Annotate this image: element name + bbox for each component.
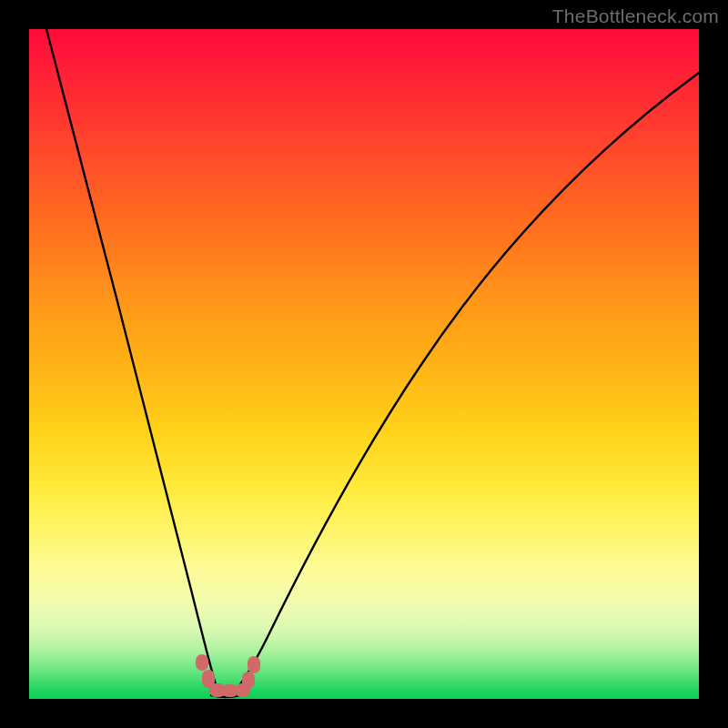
marker-dot: [242, 672, 255, 689]
marker-dot: [196, 654, 208, 671]
plot-area: [29, 29, 699, 699]
bottleneck-curve: [29, 29, 699, 699]
chart-frame: TheBottleneck.com: [0, 0, 728, 728]
watermark-text: TheBottleneck.com: [552, 5, 719, 27]
marker-dot: [248, 656, 260, 673]
